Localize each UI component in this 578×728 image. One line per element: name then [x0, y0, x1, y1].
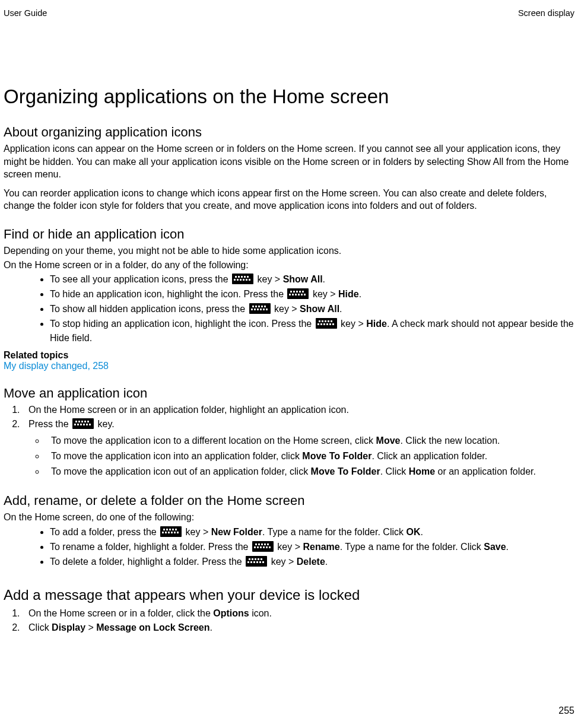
- section-lock-message-title: Add a message that appears when your dev…: [4, 587, 574, 603]
- about-p2: You can reorder application icons to cha…: [4, 187, 574, 212]
- menu-key-icon: [252, 541, 274, 552]
- list-item: Press the key. To move the application i…: [23, 418, 574, 479]
- menu-key-icon: [232, 274, 253, 284]
- page: User Guide Screen display Organizing app…: [0, 0, 578, 728]
- content: Organizing applications on the Home scre…: [4, 11, 574, 634]
- move-steps: On the Home screen or in an application …: [4, 403, 574, 479]
- move-sublist: To move the application icon to a differ…: [28, 434, 574, 479]
- list-item: To stop hiding an application icon, high…: [50, 317, 574, 345]
- find-hide-p2: On the Home screen or in a folder, do an…: [4, 259, 574, 272]
- list-item: To move the application icon out of an a…: [45, 465, 574, 479]
- related-label: Related topics: [4, 350, 574, 361]
- list-item: To add a folder, press the key > New Fol…: [50, 525, 574, 539]
- section-find-hide-title: Find or hide an application icon: [4, 227, 574, 242]
- list-item: To rename a folder, highlight a folder. …: [50, 540, 574, 554]
- about-p1: Application icons can appear on the Home…: [4, 142, 574, 181]
- find-hide-list: To see all your application icons, press…: [4, 272, 574, 345]
- list-item: On the Home screen or in a folder, click…: [23, 607, 574, 620]
- related-topics: Related topics My display changed, 258: [4, 350, 574, 371]
- page-title: Organizing applications on the Home scre…: [4, 85, 574, 108]
- list-item: To hide an application icon, highlight t…: [50, 287, 574, 301]
- lock-steps: On the Home screen or in a folder, click…: [4, 607, 574, 634]
- list-item: On the Home screen or in an application …: [23, 403, 574, 417]
- menu-key-icon: [246, 556, 267, 567]
- related-link[interactable]: My display changed, 258: [4, 361, 574, 371]
- page-number: 255: [558, 705, 574, 716]
- folder-list: To add a folder, press the key > New Fol…: [4, 525, 574, 569]
- header-left: User Guide: [4, 8, 47, 18]
- menu-key-icon: [287, 288, 309, 299]
- find-hide-p1: Depending on your theme, you might not b…: [4, 244, 574, 257]
- list-item: To delete a folder, highlight a folder. …: [50, 555, 574, 569]
- menu-key-icon: [160, 526, 182, 537]
- header-right: Screen display: [518, 8, 574, 18]
- menu-key-icon: [316, 318, 337, 329]
- section-folder-title: Add, rename, or delete a folder on the H…: [4, 493, 574, 508]
- list-item: To show all hidden application icons, pr…: [50, 302, 574, 316]
- section-about-title: About organizing application icons: [4, 125, 574, 140]
- folder-p1: On the Home screen, do one of the follow…: [4, 511, 574, 524]
- list-item: Click Display > Message on Lock Screen.: [23, 621, 574, 634]
- section-move-title: Move an application icon: [4, 386, 574, 401]
- list-item: To see all your application icons, press…: [50, 272, 574, 287]
- list-item: To move the application icon to a differ…: [45, 434, 574, 448]
- list-item: To move the application icon into an app…: [45, 449, 574, 463]
- menu-key-icon: [72, 418, 94, 429]
- menu-key-icon: [249, 303, 271, 314]
